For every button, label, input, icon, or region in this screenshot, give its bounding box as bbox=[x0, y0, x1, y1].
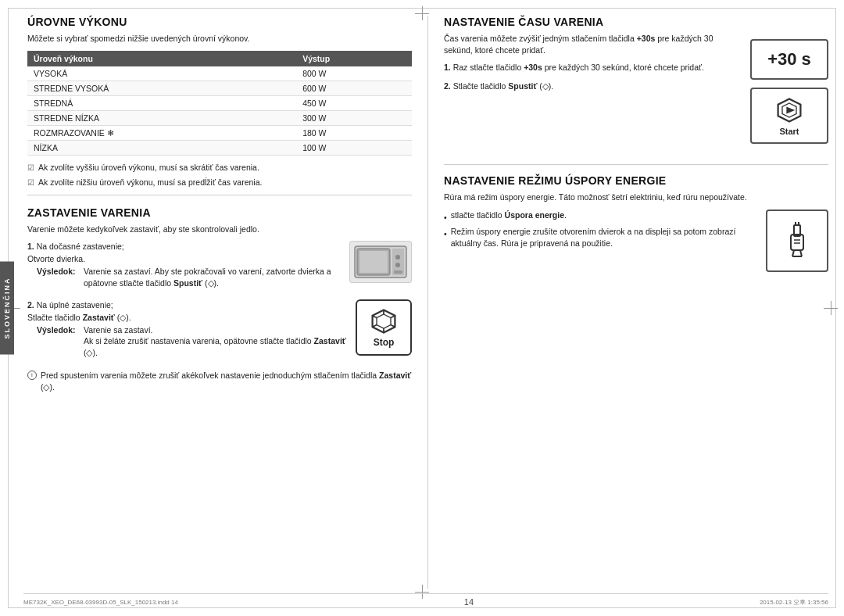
output-2: 600 W bbox=[296, 81, 412, 95]
energy-save-illustration bbox=[766, 210, 828, 272]
table-col1: Úroveň výkonu bbox=[27, 51, 296, 66]
level-2: STREDNE VYSOKÁ bbox=[27, 81, 296, 95]
result-1-text: Varenie sa zastaví. Aby ste pokračovali … bbox=[84, 266, 343, 288]
level-3: STREDNÁ bbox=[27, 95, 296, 110]
microwave-illustration bbox=[349, 241, 412, 283]
page-number: 14 bbox=[464, 597, 474, 607]
level-1: VYSOKÁ bbox=[27, 66, 296, 81]
main-content: ÚROVNE VÝKONU Môžete si vybrať spomedzi … bbox=[23, 16, 828, 589]
stop-label: Stop bbox=[374, 337, 395, 348]
plus30-display: +30 s bbox=[767, 49, 811, 70]
table-col2: Výstup bbox=[296, 51, 412, 66]
output-3: 450 W bbox=[296, 95, 412, 110]
nastavenie-step2: 2. Stlačte tlačidlo Spustiť (◇). bbox=[444, 81, 741, 93]
left-column: ÚROVNE VÝKONU Môžete si vybrať spomedzi … bbox=[23, 16, 427, 589]
output-5: 180 W bbox=[296, 125, 412, 140]
nastavenie-casu-text: Čas varenia môžete zvýšiť jedným stlačen… bbox=[444, 33, 741, 99]
output-4: 300 W bbox=[296, 110, 412, 125]
result-2-block: Výsledok: Varenie sa zastaví.Ak si želát… bbox=[37, 324, 349, 359]
nastavenie-casu-section: NASTAVENIE ČASU VARENIA Čas varenia môže… bbox=[444, 16, 828, 155]
bullet-dot-1: • bbox=[444, 212, 447, 224]
side-tab: SLOVENČINA bbox=[0, 261, 14, 354]
result-2-text: Varenie sa zastaví.Ak si želáte zrušiť n… bbox=[84, 324, 349, 359]
footer-left: ME732K_XEO_DE68-03993D-05_SLK_150213.ind… bbox=[23, 599, 178, 606]
table-row: NÍZKA 100 W bbox=[27, 140, 412, 155]
step1-text-col: 1. Na dočasné zastavenie;Otvorte dvierka… bbox=[27, 241, 343, 293]
note-3: i Pred spustením varenia môžete zrušiť a… bbox=[27, 370, 412, 392]
note-icon-1: ☑ bbox=[27, 163, 34, 174]
bullet-1-text: stlačte tlačidlo Úspora energie. bbox=[451, 210, 567, 221]
step-2-text-col: 2. Na úplné zastavenie;Stlačte tlačidlo … bbox=[27, 299, 349, 365]
level-4: STREDNE NÍZKA bbox=[27, 110, 296, 125]
microwave-svg bbox=[353, 243, 408, 281]
step-1-block: 1. Na dočasné zastavenie;Otvorte dvierka… bbox=[27, 241, 412, 293]
side-tab-label: SLOVENČINA bbox=[3, 277, 11, 338]
note-circle-icon: i bbox=[27, 371, 37, 380]
footer: ME732K_XEO_DE68-03993D-05_SLK_150213.ind… bbox=[23, 593, 828, 607]
svg-point-5 bbox=[395, 263, 400, 267]
svg-marker-17 bbox=[786, 106, 795, 113]
right-buttons: +30 s Start bbox=[750, 33, 828, 155]
divider-1 bbox=[27, 195, 412, 195]
result-1-label: Výsledok: bbox=[37, 266, 77, 278]
stop-button-illustration: Stop bbox=[356, 299, 412, 356]
bullet-2: • Režim úspory energie zrušíte otvorením… bbox=[444, 226, 755, 249]
nastavenie-casu-intro: Čas varenia môžete zvýšiť jedným stlačen… bbox=[444, 33, 741, 56]
step-1-row: 1. Na dočasné zastavenie;Otvorte dvierka… bbox=[27, 241, 412, 293]
table-row: ROZMRAZOVANIE ❄ 180 W bbox=[27, 125, 412, 140]
step-2-block: 2. Na úplné zastavenie;Stlačte tlačidlo … bbox=[27, 299, 349, 359]
table-row: STREDNE VYSOKÁ 600 W bbox=[27, 81, 412, 95]
table-row: VYSOKÁ 800 W bbox=[27, 66, 412, 81]
zastavenie-title: ZASTAVENIE VARENIA bbox=[27, 206, 412, 219]
step-1-label: 1. Na dočasné zastavenie;Otvorte dvierka… bbox=[27, 242, 124, 263]
nastavenie-rezimu-title: NASTAVENIE REŽIMU ÚSPORY ENERGIE bbox=[444, 174, 828, 187]
rezimu-content: • stlačte tlačidlo Úspora energie. • Rež… bbox=[444, 210, 828, 272]
bullet-dot-2: • bbox=[444, 228, 447, 240]
bullet-2-text: Režim úspory energie zrušíte otvorením d… bbox=[451, 226, 755, 249]
urovne-section: ÚROVNE VÝKONU Môžete si vybrať spomedzi … bbox=[27, 16, 412, 188]
output-1: 800 W bbox=[296, 66, 412, 81]
note-2-text: Ak zvolíte nižšiu úroveň výkonu, musí sa… bbox=[38, 177, 262, 188]
footer-right: 2015-02-13 오후 1:35:56 bbox=[760, 598, 828, 607]
right-divider bbox=[444, 164, 828, 165]
start-label: Start bbox=[779, 127, 799, 136]
note-1: ☑ Ak zvolíte vyššiu úroveň výkonu, musí … bbox=[27, 162, 412, 174]
rezimu-text: • stlačte tlačidlo Úspora energie. • Rež… bbox=[444, 210, 755, 252]
step-2-label: 2. Na úplné zastavenie;Stlačte tlačidlo … bbox=[27, 300, 131, 322]
right-column: NASTAVENIE ČASU VARENIA Čas varenia môže… bbox=[427, 16, 828, 589]
stop-icon bbox=[370, 307, 398, 335]
note-icon-2: ☑ bbox=[27, 177, 34, 188]
svg-marker-8 bbox=[377, 314, 391, 328]
bullet-1: • stlačte tlačidlo Úspora energie. bbox=[444, 210, 755, 224]
zastavenie-section: ZASTAVENIE VARENIA Varenie môžete kedyko… bbox=[27, 206, 412, 393]
urovne-title: ÚROVNE VÝKONU bbox=[27, 16, 412, 28]
nastavenie-step1: 1. Raz stlačte tlačidlo +30s pre každých… bbox=[444, 62, 741, 74]
nastavenie-rezimu-section: NASTAVENIE REŽIMU ÚSPORY ENERGIE Rúra má… bbox=[444, 174, 828, 272]
output-6: 100 W bbox=[296, 140, 412, 155]
urovne-intro: Môžete si vybrať spomedzi nižšie uvedený… bbox=[27, 33, 412, 45]
step-2-row: 2. Na úplné zastavenie;Stlačte tlačidlo … bbox=[27, 299, 412, 365]
nastavenie-casu-content: Čas varenia môžete zvýšiť jedným stlačen… bbox=[444, 33, 828, 155]
nastavenie-casu-title: NASTAVENIE ČASU VARENIA bbox=[444, 16, 828, 28]
level-6: NÍZKA bbox=[27, 140, 296, 155]
start-icon bbox=[775, 96, 803, 124]
note-1-text: Ak zvolíte vyššiu úroveň výkonu, musí sa… bbox=[38, 162, 259, 174]
zastavenie-intro: Varenie môžete kedykoľvek zastaviť, aby … bbox=[27, 224, 412, 235]
svg-rect-6 bbox=[394, 270, 402, 274]
table-row: STREDNÁ 450 W bbox=[27, 95, 412, 110]
note-2: ☑ Ak zvolíte nižšiu úroveň výkonu, musí … bbox=[27, 177, 412, 188]
power-table: Úroveň výkonu Výstup VYSOKÁ 800 W STREDN… bbox=[27, 51, 412, 156]
svg-rect-2 bbox=[359, 251, 388, 273]
svg-point-4 bbox=[395, 255, 400, 260]
level-5: ROZMRAZOVANIE ❄ bbox=[27, 125, 296, 140]
result-2-label: Výsledok: bbox=[37, 324, 77, 337]
svg-line-21 bbox=[800, 250, 802, 256]
energy-save-icon bbox=[775, 219, 819, 263]
result-1-block: Výsledok: Varenie sa zastaví. Aby ste po… bbox=[37, 266, 343, 288]
plus30-button-illustration: +30 s bbox=[750, 39, 828, 80]
table-row: STREDNE NÍZKA 300 W bbox=[27, 110, 412, 125]
svg-line-20 bbox=[792, 250, 794, 256]
nastavenie-rezimu-intro: Rúra má režim úspory energie. Táto možno… bbox=[444, 192, 828, 203]
start-button-illustration: Start bbox=[750, 88, 828, 144]
note-3-text: Pred spustením varenia môžete zrušiť aké… bbox=[41, 370, 412, 392]
